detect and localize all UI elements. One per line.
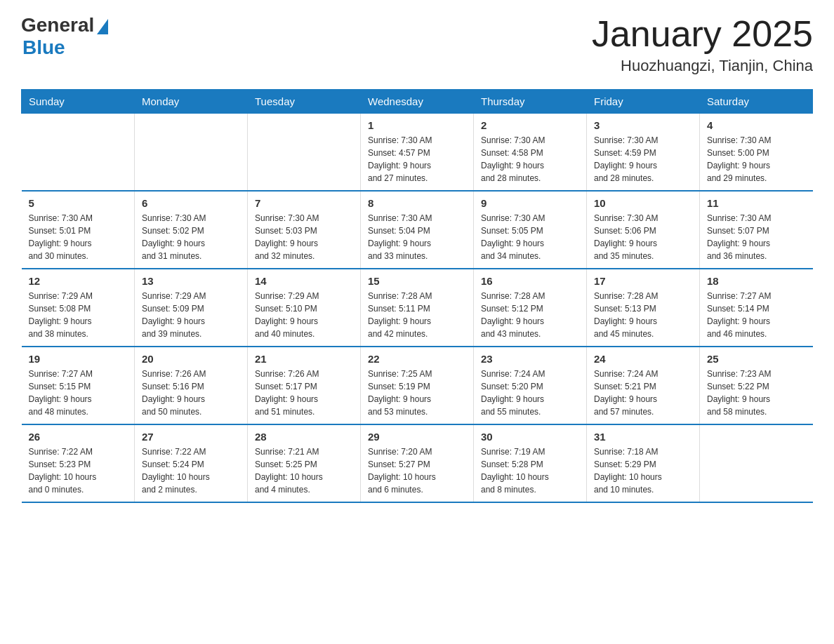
header-monday: Monday [135,90,248,114]
logo-triangle-icon [97,19,108,34]
day-number: 12 [29,275,128,287]
calendar-week-row: 12Sunrise: 7:29 AM Sunset: 5:08 PM Dayli… [22,269,813,347]
day-info: Sunrise: 7:30 AM Sunset: 5:02 PM Dayligh… [142,212,240,262]
calendar-week-row: 1Sunrise: 7:30 AM Sunset: 4:57 PM Daylig… [22,114,813,192]
day-info: Sunrise: 7:29 AM Sunset: 5:08 PM Dayligh… [29,290,128,340]
day-info: Sunrise: 7:30 AM Sunset: 5:01 PM Dayligh… [29,212,128,262]
calendar-cell: 4Sunrise: 7:30 AM Sunset: 5:00 PM Daylig… [700,114,813,192]
day-info: Sunrise: 7:28 AM Sunset: 5:13 PM Dayligh… [594,290,692,340]
calendar-week-row: 19Sunrise: 7:27 AM Sunset: 5:15 PM Dayli… [22,347,813,424]
calendar-cell: 7Sunrise: 7:30 AM Sunset: 5:03 PM Daylig… [248,191,361,269]
logo: General Blue [21,14,108,59]
calendar-cell [135,114,248,192]
day-number: 14 [255,275,353,287]
day-info: Sunrise: 7:29 AM Sunset: 5:09 PM Dayligh… [142,290,240,340]
day-info: Sunrise: 7:25 AM Sunset: 5:19 PM Dayligh… [368,368,466,418]
day-info: Sunrise: 7:26 AM Sunset: 5:16 PM Dayligh… [142,368,240,418]
day-number: 19 [29,353,128,365]
calendar-cell: 2Sunrise: 7:30 AM Sunset: 4:58 PM Daylig… [474,114,587,192]
day-info: Sunrise: 7:27 AM Sunset: 5:15 PM Dayligh… [29,368,128,418]
day-info: Sunrise: 7:27 AM Sunset: 5:14 PM Dayligh… [707,290,806,340]
day-number: 31 [594,431,692,443]
page-header: General Blue January 2025 Huozhuangzi, T… [21,14,813,75]
day-number: 9 [481,197,579,209]
day-number: 7 [255,197,353,209]
day-info: Sunrise: 7:30 AM Sunset: 5:06 PM Dayligh… [594,212,692,262]
calendar-cell: 6Sunrise: 7:30 AM Sunset: 5:02 PM Daylig… [135,191,248,269]
calendar-cell: 21Sunrise: 7:26 AM Sunset: 5:17 PM Dayli… [248,347,361,424]
calendar-cell: 24Sunrise: 7:24 AM Sunset: 5:21 PM Dayli… [587,347,700,424]
calendar-cell: 19Sunrise: 7:27 AM Sunset: 5:15 PM Dayli… [22,347,135,424]
day-number: 17 [594,275,692,287]
calendar-cell: 31Sunrise: 7:18 AM Sunset: 5:29 PM Dayli… [587,424,700,502]
calendar-cell: 13Sunrise: 7:29 AM Sunset: 5:09 PM Dayli… [135,269,248,347]
calendar-cell: 27Sunrise: 7:22 AM Sunset: 5:24 PM Dayli… [135,424,248,502]
calendar-cell: 3Sunrise: 7:30 AM Sunset: 4:59 PM Daylig… [587,114,700,192]
calendar-cell: 20Sunrise: 7:26 AM Sunset: 5:16 PM Dayli… [135,347,248,424]
day-info: Sunrise: 7:30 AM Sunset: 5:07 PM Dayligh… [707,212,806,262]
day-number: 20 [142,353,240,365]
day-number: 24 [594,353,692,365]
logo-blue-text: Blue [22,36,65,59]
day-number: 13 [142,275,240,287]
day-info: Sunrise: 7:22 AM Sunset: 5:24 PM Dayligh… [142,445,240,496]
day-number: 18 [707,275,806,287]
day-number: 5 [29,197,128,209]
day-info: Sunrise: 7:30 AM Sunset: 4:59 PM Dayligh… [594,134,692,185]
calendar-cell: 14Sunrise: 7:29 AM Sunset: 5:10 PM Dayli… [248,269,361,347]
day-info: Sunrise: 7:30 AM Sunset: 5:00 PM Dayligh… [707,134,806,185]
day-number: 28 [255,431,353,443]
calendar-table: SundayMondayTuesdayWednesdayThursdayFrid… [21,89,813,503]
day-info: Sunrise: 7:19 AM Sunset: 5:28 PM Dayligh… [481,445,579,496]
day-info: Sunrise: 7:30 AM Sunset: 5:04 PM Dayligh… [368,212,466,262]
calendar-cell: 30Sunrise: 7:19 AM Sunset: 5:28 PM Dayli… [474,424,587,502]
day-number: 22 [368,353,466,365]
calendar-week-row: 5Sunrise: 7:30 AM Sunset: 5:01 PM Daylig… [22,191,813,269]
calendar-cell: 9Sunrise: 7:30 AM Sunset: 5:05 PM Daylig… [474,191,587,269]
day-info: Sunrise: 7:30 AM Sunset: 4:58 PM Dayligh… [481,134,579,185]
calendar-cell: 22Sunrise: 7:25 AM Sunset: 5:19 PM Dayli… [361,347,474,424]
day-info: Sunrise: 7:24 AM Sunset: 5:21 PM Dayligh… [594,368,692,418]
calendar-cell: 17Sunrise: 7:28 AM Sunset: 5:13 PM Dayli… [587,269,700,347]
day-number: 8 [368,197,466,209]
day-info: Sunrise: 7:20 AM Sunset: 5:27 PM Dayligh… [368,445,466,496]
day-number: 21 [255,353,353,365]
calendar-cell: 8Sunrise: 7:30 AM Sunset: 5:04 PM Daylig… [361,191,474,269]
day-info: Sunrise: 7:30 AM Sunset: 5:03 PM Dayligh… [255,212,353,262]
day-number: 1 [368,119,466,131]
calendar-cell [700,424,813,502]
calendar-cell: 5Sunrise: 7:30 AM Sunset: 5:01 PM Daylig… [22,191,135,269]
title-block: January 2025 Huozhuangzi, Tianjin, China [592,14,813,75]
day-number: 26 [29,431,128,443]
calendar-cell: 28Sunrise: 7:21 AM Sunset: 5:25 PM Dayli… [248,424,361,502]
day-info: Sunrise: 7:18 AM Sunset: 5:29 PM Dayligh… [594,445,692,496]
day-number: 29 [368,431,466,443]
day-info: Sunrise: 7:21 AM Sunset: 5:25 PM Dayligh… [255,445,353,496]
calendar-week-row: 26Sunrise: 7:22 AM Sunset: 5:23 PM Dayli… [22,424,813,502]
day-number: 6 [142,197,240,209]
calendar-cell: 10Sunrise: 7:30 AM Sunset: 5:06 PM Dayli… [587,191,700,269]
calendar-cell: 25Sunrise: 7:23 AM Sunset: 5:22 PM Dayli… [700,347,813,424]
header-wednesday: Wednesday [361,90,474,114]
logo-general-text: General [21,14,94,36]
calendar-header-row: SundayMondayTuesdayWednesdayThursdayFrid… [22,90,813,114]
header-saturday: Saturday [700,90,813,114]
day-number: 23 [481,353,579,365]
day-info: Sunrise: 7:23 AM Sunset: 5:22 PM Dayligh… [707,368,806,418]
day-info: Sunrise: 7:29 AM Sunset: 5:10 PM Dayligh… [255,290,353,340]
calendar-cell: 15Sunrise: 7:28 AM Sunset: 5:11 PM Dayli… [361,269,474,347]
day-number: 16 [481,275,579,287]
day-number: 27 [142,431,240,443]
day-info: Sunrise: 7:26 AM Sunset: 5:17 PM Dayligh… [255,368,353,418]
calendar-cell: 11Sunrise: 7:30 AM Sunset: 5:07 PM Dayli… [700,191,813,269]
calendar-cell: 26Sunrise: 7:22 AM Sunset: 5:23 PM Dayli… [22,424,135,502]
day-info: Sunrise: 7:28 AM Sunset: 5:12 PM Dayligh… [481,290,579,340]
calendar-title: January 2025 [592,14,813,54]
day-number: 3 [594,119,692,131]
day-info: Sunrise: 7:24 AM Sunset: 5:20 PM Dayligh… [481,368,579,418]
calendar-subtitle: Huozhuangzi, Tianjin, China [592,57,813,75]
day-number: 25 [707,353,806,365]
calendar-cell: 18Sunrise: 7:27 AM Sunset: 5:14 PM Dayli… [700,269,813,347]
header-sunday: Sunday [22,90,135,114]
calendar-cell: 29Sunrise: 7:20 AM Sunset: 5:27 PM Dayli… [361,424,474,502]
